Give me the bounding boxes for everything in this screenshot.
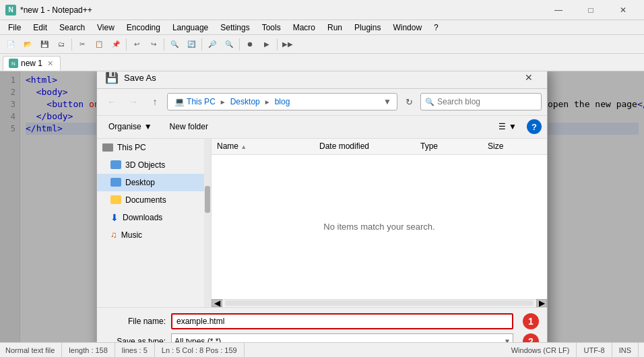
dialog-sidebar-wrapper: This PC 3D Objects Desktop xyxy=(97,139,212,307)
hscroll-wrapper[interactable]: ◀ ▶ xyxy=(212,299,547,307)
search-box: 🔍 xyxy=(420,93,542,110)
organise-button[interactable]: Organise ▼ xyxy=(102,119,158,135)
status-bar: Normal text file length : 158 lines : 5 … xyxy=(0,342,644,357)
maximize-button[interactable]: □ xyxy=(575,0,606,20)
breadcrumb-blog[interactable]: blog xyxy=(273,97,292,106)
toolbar-redo[interactable]: ↪ xyxy=(146,37,162,52)
toolbar-sep-4 xyxy=(201,38,202,51)
sidebar-item-documents[interactable]: Documents xyxy=(97,191,205,209)
nav-back-button[interactable]: ← xyxy=(102,93,121,110)
toolbar-zoom-in[interactable]: 🔎 xyxy=(204,37,220,52)
toolbar-save-all[interactable]: 🗂 xyxy=(53,37,69,52)
filename-input[interactable] xyxy=(171,313,513,329)
toolbar-sep-2 xyxy=(126,38,127,51)
nav-up-button[interactable]: ↑ xyxy=(146,93,164,110)
new-folder-button[interactable]: New folder xyxy=(164,119,214,135)
menu-file[interactable]: File xyxy=(3,22,26,34)
dialog-title: Save As xyxy=(124,73,156,83)
toolbar-replace[interactable]: 🔄 xyxy=(183,37,199,52)
sidebar-item-this-pc[interactable]: This PC xyxy=(97,139,205,156)
menu-encoding[interactable]: Encoding xyxy=(121,22,166,34)
col-header-type[interactable]: Type xyxy=(420,141,488,151)
sidebar-label-this-pc: This PC xyxy=(117,143,146,152)
filename-label: File name: xyxy=(105,317,166,326)
file-list-header: Name ▲ Date modified Type Size xyxy=(212,139,547,155)
folder-docs-icon xyxy=(110,195,121,204)
toolbar-zoom-out[interactable]: 🔍 xyxy=(221,37,237,52)
sidebar-item-music[interactable]: ♫ Music xyxy=(97,226,205,244)
hscroll-left-btn[interactable]: ◀ xyxy=(212,299,222,307)
title-bar: N *new 1 - Notepad++ — □ ✕ xyxy=(0,0,644,20)
status-position: Ln : 5 Col : 8 Pos : 159 xyxy=(155,343,245,357)
menu-plugins[interactable]: Plugins xyxy=(349,22,386,34)
breadcrumb-dropdown-arrow: ▼ xyxy=(383,97,391,106)
breadcrumb-desktop[interactable]: Desktop xyxy=(229,97,261,106)
menu-language[interactable]: Language xyxy=(167,22,214,34)
toolbar-paste[interactable]: 📌 xyxy=(108,37,124,52)
menu-view[interactable]: View xyxy=(92,22,120,34)
sidebar-scrollbar-thumb xyxy=(205,186,210,213)
tab-close-button[interactable]: ✕ xyxy=(45,59,55,68)
toolbar-find[interactable]: 🔍 xyxy=(166,37,183,52)
dialog-file-list: Name ▲ Date modified Type Size No items … xyxy=(212,139,547,307)
notepad-window: N *new 1 - Notepad++ — □ ✕ File Edit Sea… xyxy=(0,0,644,357)
minimize-button[interactable]: — xyxy=(543,0,574,20)
toolbar-sep-6 xyxy=(277,38,278,51)
refresh-button[interactable]: ↻ xyxy=(400,93,418,110)
toolbar-open[interactable]: 📂 xyxy=(20,37,36,52)
toolbar-run[interactable]: ▶▶ xyxy=(280,37,296,52)
menu-window[interactable]: Window xyxy=(387,22,427,34)
hscroll-track[interactable] xyxy=(225,300,534,306)
menu-edit[interactable]: Edit xyxy=(28,22,53,34)
toolbar-undo[interactable]: ↩ xyxy=(129,37,145,52)
toolbar-macro-rec[interactable]: ⏺ xyxy=(242,37,258,52)
breadcrumb-pc[interactable]: 💻 This PC xyxy=(173,97,217,106)
toolbar-copy[interactable]: 📋 xyxy=(91,37,107,52)
title-bar-left: N *new 1 - Notepad++ xyxy=(5,5,92,15)
help-button[interactable]: ? xyxy=(527,119,542,134)
tab-new1[interactable]: N new 1 ✕ xyxy=(3,56,61,71)
dialog-title-left: 💾 Save As xyxy=(105,71,156,84)
organise-arrow: ▼ xyxy=(144,122,152,131)
status-line-endings: Windows (CR LF) xyxy=(505,343,577,357)
hscroll-right-btn[interactable]: ▶ xyxy=(536,299,547,307)
toolbar-sep-1 xyxy=(71,38,72,51)
breadcrumb-sep-1: ► xyxy=(220,98,226,106)
view-icon: ☰ xyxy=(498,122,506,131)
status-lines: lines : 5 xyxy=(115,343,155,357)
col-header-size[interactable]: Size xyxy=(488,141,542,151)
view-button[interactable]: ☰ ▼ xyxy=(494,119,521,135)
tab-label: new 1 xyxy=(21,59,42,68)
menu-help[interactable]: ? xyxy=(428,22,444,34)
empty-message: No items match your search. xyxy=(212,155,547,299)
menu-tools[interactable]: Tools xyxy=(257,22,286,34)
sidebar-scrollbar[interactable] xyxy=(204,139,211,307)
col-header-date[interactable]: Date modified xyxy=(319,141,420,151)
toolbar-cut[interactable]: ✂ xyxy=(74,37,90,52)
menu-settings[interactable]: Settings xyxy=(215,22,255,34)
sidebar-item-desktop[interactable]: Desktop xyxy=(97,174,205,191)
sidebar-label-documents: Documents xyxy=(125,195,166,205)
toolbar-save[interactable]: 💾 xyxy=(36,37,53,52)
dialog-close-button[interactable]: ✕ xyxy=(519,71,539,86)
toolbar-new[interactable]: 📄 xyxy=(3,37,19,52)
sidebar-label-3d-objects: 3D Objects xyxy=(125,160,165,170)
sidebar-item-downloads[interactable]: ⬇ Downloads xyxy=(97,209,205,226)
toolbar-macro-play[interactable]: ▶ xyxy=(259,37,275,52)
search-input[interactable] xyxy=(437,97,538,106)
sidebar-label-music: Music xyxy=(121,230,142,240)
menu-search[interactable]: Search xyxy=(54,22,90,34)
menu-run[interactable]: Run xyxy=(322,22,348,34)
close-button[interactable]: ✕ xyxy=(608,0,639,20)
col-sort-icon: ▲ xyxy=(240,143,247,150)
menu-macro[interactable]: Macro xyxy=(288,22,321,34)
savetype-select[interactable]: All types (*.*) xyxy=(171,333,513,343)
status-length: length : 158 xyxy=(62,343,115,357)
nav-forward-button[interactable]: → xyxy=(124,93,143,110)
col-header-name[interactable]: Name ▲ xyxy=(217,141,319,151)
save-dialog: 💾 Save As ✕ ← → ↑ 💻 This PC ► Desktop ► xyxy=(96,71,548,342)
dialog-content: This PC 3D Objects Desktop xyxy=(97,139,547,307)
toolbar-sep-3 xyxy=(164,38,164,51)
sidebar-item-3d-objects[interactable]: 3D Objects xyxy=(97,156,205,174)
status-ins: INS xyxy=(612,343,639,357)
